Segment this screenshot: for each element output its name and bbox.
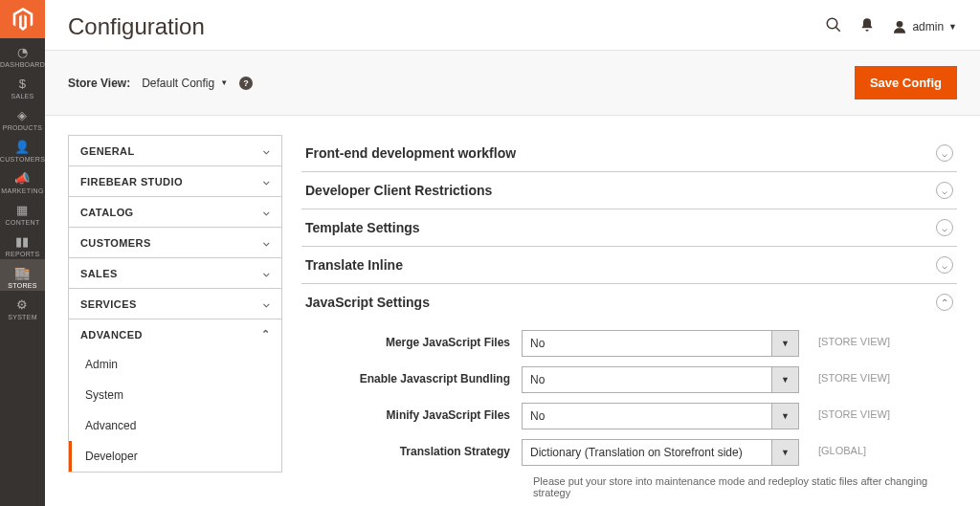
bundle-js-select[interactable]: No▼ [522, 366, 799, 393]
admin-user-menu[interactable]: admin ▼ [892, 19, 957, 34]
collapse-icon: ⌃ [936, 294, 953, 311]
scope-label: [GLOBAL] [799, 439, 866, 456]
store-view-bar: Store View: Default Config ▼ ? Save Conf… [45, 50, 980, 116]
chevron-down-icon: ▼ [771, 440, 798, 465]
sidebar-item-sales[interactable]: $SALES [0, 70, 45, 101]
subtab-system[interactable]: System [69, 380, 281, 410]
subtab-advanced[interactable]: Advanced [69, 410, 281, 441]
magento-logo-icon [12, 8, 33, 31]
sidebar-item-marketing[interactable]: 📣MARKETING [0, 165, 45, 196]
tab-catalog[interactable]: CATALOG⌵ [69, 197, 281, 227]
svg-line-1 [836, 27, 841, 32]
tab-services[interactable]: SERVICES⌵ [69, 289, 281, 319]
magento-logo[interactable] [0, 0, 45, 38]
scope-label: [STORE VIEW] [799, 330, 890, 347]
settings-panel: Front-end development workflow⌵ Develope… [301, 135, 957, 506]
subtab-developer[interactable]: Developer [69, 441, 281, 472]
tab-sales[interactable]: SALES⌵ [69, 258, 281, 288]
merge-js-select[interactable]: No▼ [522, 330, 799, 357]
chevron-down-icon: ▼ [220, 78, 228, 87]
chevron-down-icon: ⌵ [263, 267, 270, 279]
admin-sidebar: ◔DASHBOARD $SALES ◈PRODUCTS 👤CUSTOMERS 📣… [0, 0, 45, 506]
expand-icon: ⌵ [936, 256, 953, 274]
page-header: Configuration admin ▼ [45, 0, 980, 50]
section-frontend-workflow[interactable]: Front-end development workflow⌵ [301, 135, 957, 171]
marketing-icon: 📣 [14, 171, 30, 186]
chevron-up-icon: ⌃ [261, 328, 270, 341]
products-icon: ◈ [17, 108, 27, 122]
help-icon[interactable]: ? [239, 77, 253, 90]
expand-icon: ⌵ [936, 219, 953, 236]
sidebar-item-reports[interactable]: ▮▮REPORTS [0, 228, 45, 259]
section-translate-inline[interactable]: Translate Inline⌵ [301, 247, 957, 283]
scope-label: [STORE VIEW] [799, 366, 890, 384]
chevron-down-icon: ⌵ [263, 175, 270, 187]
stores-icon: 🏬 [14, 266, 30, 280]
scope-label: [STORE VIEW] [799, 403, 890, 420]
save-config-button[interactable]: Save Config [855, 66, 957, 99]
expand-icon: ⌵ [936, 182, 953, 199]
svg-point-2 [897, 21, 903, 28]
config-tabs: GENERAL⌵ FIREBEAR STUDIO⌵ CATALOG⌵ CUSTO… [68, 135, 282, 506]
sidebar-item-content[interactable]: ▦CONTENT [0, 196, 45, 228]
sidebar-item-customers[interactable]: 👤CUSTOMERS [0, 133, 45, 165]
chevron-down-icon: ⌵ [263, 206, 270, 218]
chevron-down-icon: ⌵ [263, 144, 270, 157]
tab-firebear[interactable]: FIREBEAR STUDIO⌵ [69, 166, 281, 196]
chevron-down-icon: ▼ [948, 22, 957, 32]
sidebar-item-system[interactable]: ⚙SYSTEM [0, 291, 45, 322]
sidebar-item-stores[interactable]: 🏬STORES [0, 259, 45, 291]
store-view-select[interactable]: Default Config ▼ [142, 77, 228, 90]
page-title: Configuration [68, 13, 205, 40]
chevron-down-icon: ▼ [771, 331, 798, 356]
chevron-down-icon: ▼ [771, 404, 798, 429]
customers-icon: 👤 [14, 140, 30, 154]
section-template-settings[interactable]: Template Settings⌵ [301, 209, 957, 246]
minify-js-select[interactable]: No▼ [522, 403, 799, 429]
search-icon[interactable] [825, 16, 842, 37]
bundle-js-label: Enable Javascript Bundling [301, 366, 522, 385]
minify-js-label: Minify JavaScript Files [301, 403, 522, 422]
svg-point-0 [828, 18, 838, 29]
chevron-down-icon: ▼ [771, 367, 798, 392]
sidebar-item-dashboard[interactable]: ◔DASHBOARD [0, 38, 45, 70]
tab-advanced[interactable]: ADVANCED⌃ [69, 319, 281, 349]
notifications-icon[interactable] [859, 17, 875, 36]
merge-js-label: Merge JavaScript Files [301, 330, 522, 349]
expand-icon: ⌵ [936, 144, 953, 162]
translation-strategy-note: Please put your store into maintenance m… [533, 475, 957, 498]
sales-icon: $ [19, 77, 27, 91]
section-javascript-settings[interactable]: JavaScript Settings⌃ [301, 284, 957, 320]
tab-customers[interactable]: CUSTOMERS⌵ [69, 228, 281, 257]
subtab-admin[interactable]: Admin [69, 349, 281, 380]
sidebar-item-products[interactable]: ◈PRODUCTS [0, 101, 45, 133]
translation-strategy-label: Translation Strategy [301, 439, 522, 458]
section-client-restrictions[interactable]: Developer Client Restrictions⌵ [301, 172, 957, 209]
translation-strategy-select[interactable]: Dictionary (Translation on Storefront si… [522, 439, 799, 466]
reports-icon: ▮▮ [15, 234, 30, 249]
content-icon: ▦ [16, 203, 28, 217]
tab-general[interactable]: GENERAL⌵ [69, 136, 281, 165]
chevron-down-icon: ⌵ [263, 236, 270, 249]
system-icon: ⚙ [16, 297, 28, 312]
user-icon [892, 19, 907, 34]
dashboard-icon: ◔ [17, 45, 28, 59]
store-view-label: Store View: [68, 77, 130, 90]
chevron-down-icon: ⌵ [263, 297, 270, 310]
